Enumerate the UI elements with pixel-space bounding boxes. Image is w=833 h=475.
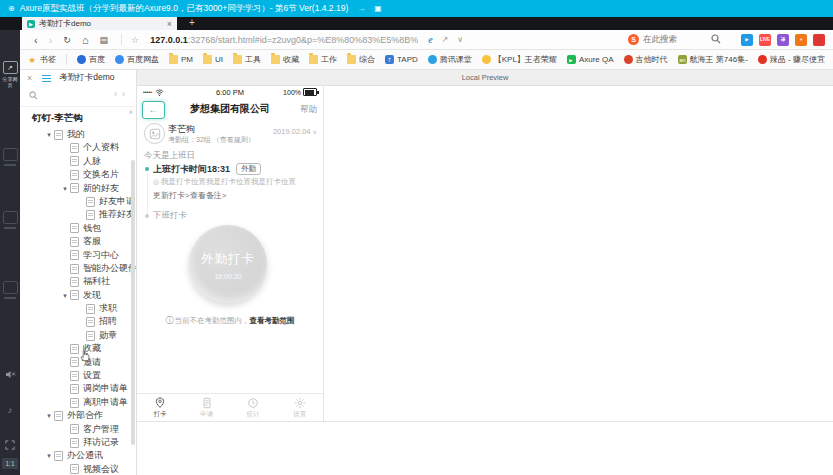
date-selector[interactable]: 2019.02.04 ∨ bbox=[273, 127, 317, 136]
bookmark-item[interactable]: UI bbox=[203, 55, 223, 64]
menu-icon[interactable] bbox=[42, 75, 51, 77]
tree-item[interactable]: ▾ 视频会议 bbox=[20, 463, 136, 475]
address-bar[interactable]: 127.0.0.1:32768/start.html#id=z2uvg0&p=%… bbox=[150, 35, 418, 45]
home-icon[interactable]: ⌂ bbox=[82, 34, 89, 46]
bookmark-item[interactable]: T TAPD bbox=[385, 55, 418, 64]
tree-item[interactable]: ▾ 招聘 bbox=[20, 315, 136, 328]
share-tool-label: 分享网页 bbox=[2, 77, 19, 89]
chevron-down-icon[interactable]: ∨ bbox=[457, 35, 463, 44]
share-page-tool[interactable]: ↗ 分享网页 bbox=[0, 61, 20, 90]
bookmark-icon bbox=[203, 55, 212, 64]
back-icon[interactable]: ‹ bbox=[34, 34, 38, 46]
browser-tab[interactable]: ▶ 考勤打卡demo × bbox=[22, 17, 177, 30]
search-input[interactable]: 在此搜索 bbox=[643, 34, 677, 46]
extension-icon[interactable]: ▶ bbox=[741, 34, 753, 46]
tree-item[interactable]: ▾ 求职 bbox=[20, 302, 136, 315]
scrollbar-up-icon[interactable]: ∧ bbox=[129, 108, 133, 115]
tree-item[interactable]: ▾ 学习中心 bbox=[20, 249, 136, 262]
tree-expand-icon[interactable]: ▾ bbox=[44, 128, 54, 141]
bookmark-icon bbox=[428, 55, 437, 64]
fullscreen-icon[interactable] bbox=[0, 440, 20, 452]
punch-links[interactable]: 更新打卡>查看备注> bbox=[153, 190, 226, 201]
extension-icon[interactable]: 译 bbox=[777, 34, 789, 46]
help-link[interactable]: 帮助 bbox=[300, 104, 317, 116]
tree-item[interactable]: ▾ 设置 bbox=[20, 369, 136, 382]
zoom-ratio-badge[interactable]: 1:1 bbox=[2, 458, 18, 469]
bookmark-item[interactable]: 辣品 - 赚尽便宜 bbox=[758, 54, 825, 65]
tree-item[interactable]: ▾ 好友申请 bbox=[20, 195, 136, 208]
bookmark-item[interactable]: 工作 bbox=[309, 54, 337, 65]
field-work-badge[interactable]: 外勤 bbox=[236, 163, 261, 175]
tree-item[interactable]: ▾ 推荐好友 bbox=[20, 208, 136, 221]
close-panel-icon[interactable]: × bbox=[27, 73, 32, 83]
bookmark-item[interactable]: am 航海王 第746集- bbox=[678, 54, 748, 65]
tree-item[interactable]: ▾ 个人资料 bbox=[20, 141, 136, 154]
tree-expand-icon[interactable]: ▾ bbox=[60, 182, 70, 195]
tree-item[interactable]: ▾ 发现 bbox=[20, 289, 136, 302]
side-tool-2[interactable] bbox=[0, 148, 20, 166]
tree-item[interactable]: ▾ 客户管理 bbox=[20, 423, 136, 436]
side-tool-3[interactable] bbox=[0, 211, 20, 229]
bookmark-item[interactable]: 【KPL】王者荣耀 bbox=[482, 54, 557, 65]
tree-expand-icon[interactable]: ▾ bbox=[60, 289, 70, 302]
tree-item[interactable]: ▾ 我的 bbox=[20, 128, 136, 141]
tree-item[interactable]: ▾ 新的好友 bbox=[20, 182, 136, 195]
titlebar-send-icon[interactable]: → bbox=[357, 0, 365, 17]
bookmark-item[interactable]: 吉他时代 bbox=[624, 54, 668, 65]
favorite-star-icon[interactable]: ☆ bbox=[131, 35, 139, 45]
titlebar-window-icon[interactable]: ▣ bbox=[374, 0, 382, 17]
tree-item[interactable]: ▾ 交换名片 bbox=[20, 168, 136, 181]
tree-item[interactable]: ▾ 勋章 bbox=[20, 329, 136, 342]
tree-expand-icon[interactable]: ▾ bbox=[44, 449, 54, 462]
tree-item[interactable]: ▾ 客服 bbox=[20, 235, 136, 248]
tree-item[interactable]: ▾ 邀请 bbox=[20, 356, 136, 369]
tree-item[interactable]: ▾ 拜访记录 bbox=[20, 436, 136, 449]
tree-item[interactable]: ▾ 智能办公硬件 bbox=[20, 262, 136, 275]
sidebar-search-icon[interactable] bbox=[29, 91, 38, 100]
view-range-link[interactable]: 查看考勤范围 bbox=[250, 316, 295, 325]
tree-item[interactable]: ▾ 办公通讯 bbox=[20, 449, 136, 462]
bookmark-item[interactable]: 腾讯课堂 bbox=[428, 54, 472, 65]
music-icon[interactable]: ♪ bbox=[0, 405, 20, 415]
sogou-search-icon[interactable]: S bbox=[628, 34, 639, 45]
extension-icon[interactable]: LIVE bbox=[759, 34, 771, 46]
tab-settings[interactable]: 设置 bbox=[277, 394, 324, 421]
bookmark-item[interactable]: 百度 bbox=[66, 54, 105, 65]
tab-punch[interactable]: 打卡 bbox=[137, 394, 184, 421]
bookmark-icon bbox=[169, 55, 178, 64]
refresh-icon[interactable]: ↻ bbox=[63, 35, 71, 45]
tab-statistics[interactable]: 统计 bbox=[230, 394, 277, 421]
tab-close-icon[interactable]: × bbox=[167, 19, 172, 29]
tree-item[interactable]: ▾ 收藏 bbox=[20, 342, 136, 355]
tab-apply[interactable]: 申请 bbox=[184, 394, 231, 421]
tree-item[interactable]: ▾ 人脉 bbox=[20, 155, 136, 168]
tree-item[interactable]: ▾ 外部合作 bbox=[20, 409, 136, 422]
bookmark-item[interactable]: 工具 bbox=[233, 54, 261, 65]
search-magnifier-icon[interactable] bbox=[711, 34, 721, 46]
new-tab-button[interactable]: + bbox=[183, 17, 201, 30]
field-punch-button[interactable]: 外勤打卡 18:00:30 bbox=[189, 225, 267, 303]
reading-list-icon[interactable]: ▤ bbox=[100, 35, 109, 45]
bookmark-item[interactable]: ★ 书签 bbox=[28, 54, 56, 65]
mute-icon[interactable] bbox=[0, 370, 20, 381]
ie-compat-icon[interactable]: e bbox=[428, 34, 432, 45]
tree-item[interactable]: ▾ 调岗申请单 bbox=[20, 382, 136, 395]
bookmark-item[interactable]: 百度网盘 bbox=[115, 54, 159, 65]
back-button[interactable]: ← bbox=[142, 101, 165, 119]
bookmark-item[interactable]: 综合 bbox=[347, 54, 375, 65]
share-page-icon[interactable]: ↗ bbox=[442, 35, 449, 44]
extension-icon[interactable] bbox=[813, 34, 825, 46]
tree-expand-icon[interactable]: ▾ bbox=[44, 409, 54, 422]
tree-item[interactable]: ▾ 离职申请单 bbox=[20, 396, 136, 409]
bookmark-item[interactable]: 收藏 bbox=[271, 54, 299, 65]
attendance-group[interactable]: 考勤组：32组 （查看规则） bbox=[168, 135, 255, 145]
tree-item[interactable]: ▾ 福利社 bbox=[20, 275, 136, 288]
extension-icon[interactable]: + bbox=[795, 34, 807, 46]
forward-icon[interactable]: › bbox=[49, 34, 53, 46]
sidebar-scrollbar[interactable] bbox=[131, 160, 135, 445]
sidebar-collapse-arrows[interactable]: ‹› bbox=[114, 89, 130, 99]
side-tool-4[interactable] bbox=[0, 281, 20, 299]
bookmark-item[interactable]: PM bbox=[169, 55, 193, 64]
bookmark-item[interactable]: ▶ Axure QA bbox=[567, 55, 614, 64]
tree-item[interactable]: ▾ 钱包 bbox=[20, 222, 136, 235]
